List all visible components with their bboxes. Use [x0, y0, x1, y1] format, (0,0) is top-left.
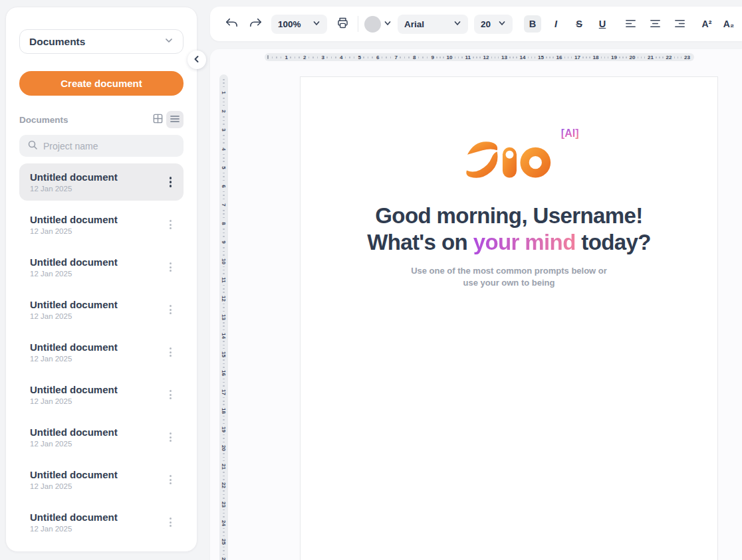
zoom-value: 100%: [278, 19, 301, 29]
ruler-number: 18: [221, 408, 227, 414]
ruler-number: 1: [221, 91, 227, 94]
documents-dropdown[interactable]: Documents: [19, 29, 184, 54]
document-title: Untitled document: [30, 469, 166, 480]
strikethrough-button[interactable]: S: [570, 15, 588, 33]
chevron-down-icon: [312, 19, 320, 29]
ruler-number: 21: [648, 54, 654, 60]
document-title: Untitled document: [30, 512, 166, 523]
ruler-unit: 4: [222, 133, 225, 151]
document-date: 12 Jan 2025: [30, 525, 166, 533]
document-item-menu-button[interactable]: [166, 173, 176, 191]
ruler-unit: 11: [453, 54, 471, 60]
ruler-number: 15: [538, 54, 544, 60]
document-list-item[interactable]: Untitled document 12 Jan 2025: [19, 163, 184, 201]
ruler-unit: 20: [221, 432, 227, 451]
document-date: 12 Jan 2025: [30, 312, 166, 320]
ruler-unit: 9: [416, 54, 435, 60]
document-list-item[interactable]: Untitled document 12 Jan 2025: [19, 461, 184, 498]
vertical-ruler: 1234567891011121314151617181920212223242…: [219, 74, 228, 560]
document-title: Untitled document: [30, 171, 166, 183]
ruler-unit: 14: [221, 320, 227, 339]
ruler-number: 6: [221, 185, 227, 187]
align-left-icon: [624, 17, 637, 31]
document-list-item[interactable]: Untitled document 12 Jan 2025: [19, 504, 184, 541]
document-item-menu-button[interactable]: [166, 386, 176, 403]
bold-button[interactable]: B: [524, 15, 541, 33]
document-title: Untitled document: [30, 426, 166, 438]
ruler-unit: 19: [599, 54, 618, 60]
document-list-item[interactable]: Untitled document 12 Jan 2025: [19, 248, 184, 286]
zio-logo: [AI] +: [463, 139, 555, 184]
ruler-number: 20: [221, 445, 227, 451]
grid-view-button[interactable]: [149, 111, 166, 128]
text-color-dropdown[interactable]: [364, 16, 392, 33]
greeting-line2-prefix: What's on: [367, 230, 473, 254]
chevron-down-icon: [498, 19, 506, 29]
ruler-number: 3: [221, 129, 227, 132]
ruler-unit: 2: [288, 54, 307, 60]
greeting-highlight: your mind: [473, 230, 576, 254]
document-item-menu-button[interactable]: [166, 216, 176, 233]
document-list-item[interactable]: Untitled document 12 Jan 2025: [19, 376, 184, 413]
underline-button[interactable]: U: [594, 15, 611, 33]
align-right-icon: [674, 17, 686, 31]
ruler-unit: 13: [489, 54, 508, 60]
search-input[interactable]: [43, 141, 176, 151]
document-item-menu-button[interactable]: [166, 343, 176, 361]
ruler-unit: 5: [222, 152, 225, 171]
document-list-item[interactable]: Untitled document 12 Jan 2025: [19, 419, 184, 456]
ruler-number: 19: [221, 426, 227, 432]
print-button[interactable]: [333, 15, 352, 33]
document-item-menu-button[interactable]: [166, 301, 176, 318]
sidebar-collapse-button[interactable]: [187, 50, 206, 69]
document-item-menu-button[interactable]: [166, 258, 176, 276]
undo-button[interactable]: [222, 15, 241, 33]
ruler-number: 16: [556, 54, 562, 60]
create-document-button[interactable]: Create document: [19, 71, 184, 96]
documents-dropdown-label: Documents: [29, 36, 85, 48]
document-title: Untitled document: [30, 341, 166, 353]
superscript-button[interactable]: A²: [699, 15, 715, 33]
ruler-unit: 12: [221, 283, 227, 302]
document-item-menu-button[interactable]: [166, 471, 176, 488]
document-title: Untitled document: [30, 214, 166, 225]
ruler-unit: 24: [221, 508, 227, 526]
align-left-button[interactable]: [621, 15, 640, 33]
ruler-number: 13: [221, 314, 227, 320]
document-page[interactable]: [AI] + Good morning, Username! What's on…: [300, 76, 718, 560]
subscript-button[interactable]: A₂: [721, 15, 737, 33]
ruler-number: 4: [221, 147, 227, 150]
document-list-item[interactable]: Untitled document 12 Jan 2025: [19, 291, 184, 328]
ruler-unit: 12: [471, 54, 489, 60]
search-icon: [27, 140, 38, 153]
document-search: [19, 135, 184, 157]
italic-button[interactable]: I: [547, 15, 564, 33]
font-family-dropdown[interactable]: Arial: [398, 15, 468, 34]
zoom-dropdown[interactable]: 100%: [271, 15, 327, 34]
ruler-number: 12: [221, 296, 227, 302]
toolbar-divider: [358, 16, 358, 32]
ruler-number: 19: [611, 54, 617, 60]
chevron-down-icon: [384, 19, 392, 29]
document-date: 12 Jan 2025: [30, 482, 166, 490]
ruler-unit: 15: [526, 54, 545, 60]
font-size-dropdown[interactable]: 20: [474, 15, 513, 34]
ai-badge-label: [AI]: [561, 128, 579, 139]
document-item-menu-button[interactable]: [166, 513, 176, 531]
align-right-button[interactable]: [670, 15, 689, 33]
document-list-item[interactable]: Untitled document 12 Jan 2025: [19, 333, 184, 371]
align-center-button[interactable]: [646, 15, 664, 33]
ruler-unit: 17: [562, 54, 581, 60]
document-list: Untitled document 12 Jan 2025 Untitled d…: [19, 163, 184, 541]
ruler-unit: 21: [636, 54, 654, 60]
document-list-header: Documents: [19, 111, 184, 128]
list-view-button[interactable]: [166, 111, 184, 128]
document-item-menu-button[interactable]: [166, 428, 176, 446]
greeting-subtitle: Use one of the most common prompts below…: [301, 265, 717, 288]
redo-button[interactable]: [247, 15, 265, 33]
ruler-unit: 21: [221, 451, 227, 470]
document-list-item[interactable]: Untitled document 12 Jan 2025: [19, 206, 184, 243]
ruler-unit: 17: [221, 377, 227, 395]
ruler-number: 20: [630, 54, 636, 60]
ruler-unit: 5: [343, 54, 362, 60]
